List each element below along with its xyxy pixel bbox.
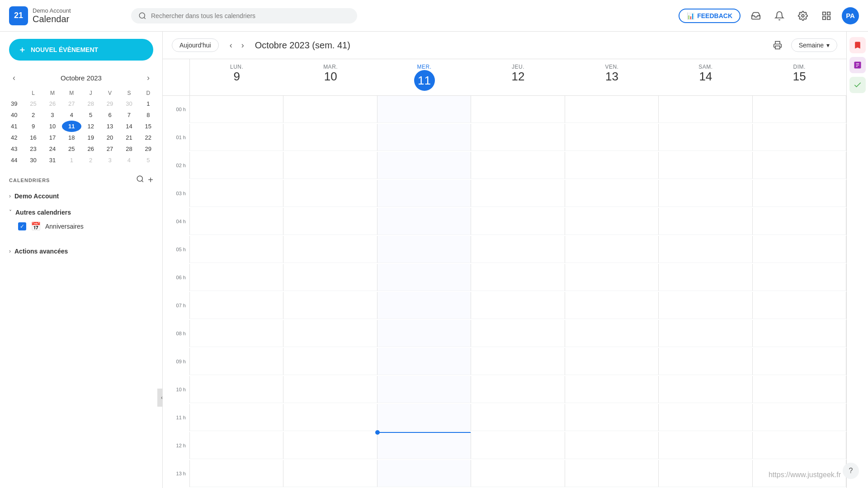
hour-cell[interactable] — [659, 404, 752, 431]
search-calendars-button[interactable] — [136, 175, 144, 185]
mini-cal-day[interactable]: 3 — [100, 155, 119, 166]
hour-cell[interactable] — [283, 348, 377, 375]
hour-cell[interactable] — [753, 348, 846, 375]
hour-cell[interactable] — [565, 208, 659, 235]
mini-cal-day[interactable]: 11 — [62, 121, 81, 132]
hour-cell[interactable] — [190, 292, 283, 319]
mini-cal-day[interactable]: 9 — [24, 121, 42, 132]
hour-cell[interactable] — [190, 152, 283, 179]
hour-cell[interactable] — [377, 292, 471, 319]
day-header-thu[interactable]: JEU. 12 — [471, 59, 565, 95]
hour-cell[interactable] — [565, 292, 659, 319]
hour-cell[interactable] — [753, 320, 846, 347]
mini-cal-day[interactable]: 6 — [100, 109, 119, 121]
hour-cell[interactable] — [471, 292, 565, 319]
print-button[interactable] — [769, 37, 786, 53]
hour-cell[interactable] — [659, 432, 752, 459]
hour-cell[interactable] — [753, 292, 846, 319]
hour-cell[interactable] — [471, 432, 565, 459]
hour-cell[interactable] — [753, 264, 846, 291]
hour-cell[interactable] — [377, 96, 471, 123]
settings-icon-button[interactable] — [795, 8, 811, 24]
hour-cell[interactable] — [377, 460, 471, 487]
mini-cal-day[interactable]: 25 — [24, 98, 42, 109]
hour-cell[interactable] — [283, 180, 377, 207]
hour-cell[interactable] — [565, 460, 659, 487]
hour-cell[interactable] — [565, 320, 659, 347]
hour-cell[interactable] — [190, 124, 283, 151]
hour-cell[interactable] — [190, 376, 283, 403]
new-event-button[interactable]: ＋ NOUVEL ÉVÈNEMENT — [9, 39, 153, 61]
mini-cal-day[interactable]: 14 — [119, 121, 138, 132]
hour-cell[interactable] — [283, 376, 377, 403]
prev-month-button[interactable]: ‹ — [9, 71, 19, 84]
mini-cal-day[interactable]: 26 — [43, 98, 62, 109]
day-header-fri[interactable]: VEN. 13 — [565, 59, 659, 95]
mini-cal-day[interactable]: 17 — [43, 132, 62, 143]
hour-cell[interactable] — [565, 264, 659, 291]
mini-cal-day[interactable]: 26 — [81, 143, 100, 155]
mini-cal-day[interactable]: 1 — [62, 155, 81, 166]
hour-cell[interactable] — [377, 376, 471, 403]
anniversaires-checkbox[interactable]: ✓ — [18, 222, 26, 230]
hour-cell[interactable] — [471, 320, 565, 347]
sidebar-collapse-button[interactable]: ‹ — [157, 389, 163, 407]
apps-icon-button[interactable] — [818, 8, 835, 24]
notification-icon-button[interactable] — [771, 8, 788, 24]
mini-cal-day[interactable]: 7 — [119, 109, 138, 121]
help-button[interactable]: ? — [843, 463, 859, 479]
mini-cal-day[interactable]: 30 — [119, 98, 138, 109]
advanced-header[interactable]: › Actions avancées — [9, 245, 153, 258]
hour-cell[interactable] — [471, 236, 565, 263]
mini-cal-day[interactable]: 30 — [24, 155, 42, 166]
mini-cal-day[interactable]: 2 — [81, 155, 100, 166]
view-selector[interactable]: Semaine ▾ — [791, 38, 837, 52]
hour-cell[interactable] — [471, 124, 565, 151]
hour-cell[interactable] — [471, 96, 565, 123]
hour-cell[interactable] — [565, 236, 659, 263]
right-icon-green[interactable] — [849, 77, 866, 93]
hour-cell[interactable] — [659, 264, 752, 291]
hour-cell[interactable] — [659, 152, 752, 179]
day-header-tue[interactable]: MAR. 10 — [283, 59, 377, 95]
hour-cell[interactable] — [565, 180, 659, 207]
mini-cal-day[interactable]: 20 — [100, 132, 119, 143]
demo-account-group-header[interactable]: › Demo Account — [9, 190, 153, 202]
hour-cell[interactable] — [565, 152, 659, 179]
hour-cell[interactable] — [753, 376, 846, 403]
next-month-button[interactable]: › — [143, 71, 153, 84]
mini-cal-day[interactable]: 12 — [81, 121, 100, 132]
hour-cell[interactable] — [377, 348, 471, 375]
hour-cell[interactable] — [659, 208, 752, 235]
hour-cell[interactable] — [283, 460, 377, 487]
hour-cell[interactable] — [283, 236, 377, 263]
mini-cal-day[interactable]: 4 — [62, 109, 81, 121]
hour-cell[interactable] — [659, 460, 752, 487]
hour-cell[interactable] — [753, 152, 846, 179]
hour-cell[interactable] — [471, 460, 565, 487]
hour-cell[interactable] — [659, 292, 752, 319]
hour-cell[interactable] — [471, 180, 565, 207]
mini-cal-day[interactable]: 5 — [139, 155, 158, 166]
hour-cell[interactable] — [190, 180, 283, 207]
mini-cal-day[interactable]: 28 — [81, 98, 100, 109]
mini-cal-day[interactable]: 29 — [100, 98, 119, 109]
mini-cal-day[interactable]: 31 — [43, 155, 62, 166]
hour-cell[interactable] — [659, 96, 752, 123]
hour-cell[interactable] — [377, 432, 471, 459]
hour-cell[interactable] — [377, 404, 471, 431]
hour-cell[interactable] — [471, 152, 565, 179]
mini-cal-day[interactable]: 27 — [100, 143, 119, 155]
hour-cell[interactable] — [283, 152, 377, 179]
hour-cell[interactable] — [283, 96, 377, 123]
day-header-sat[interactable]: SAM. 14 — [659, 59, 752, 95]
hour-cell[interactable] — [565, 404, 659, 431]
hour-cell[interactable] — [377, 320, 471, 347]
hour-cell[interactable] — [190, 348, 283, 375]
inbox-icon-button[interactable] — [748, 8, 764, 24]
hour-cell[interactable] — [659, 124, 752, 151]
hour-cell[interactable] — [471, 404, 565, 431]
hour-cell[interactable] — [753, 432, 846, 459]
day-header-wed[interactable]: MER. 11 — [377, 59, 471, 95]
hour-cell[interactable] — [471, 376, 565, 403]
